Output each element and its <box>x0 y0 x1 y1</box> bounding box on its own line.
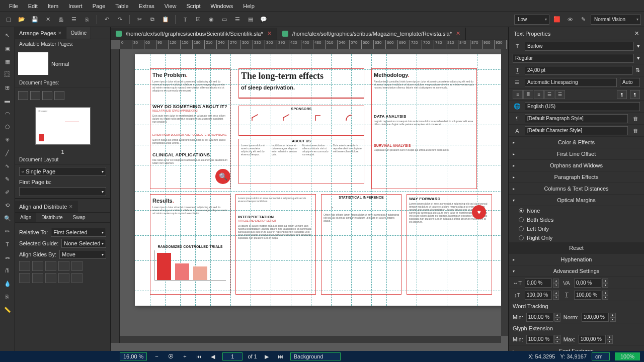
align-right-text-icon[interactable]: ≡ <box>534 90 544 99</box>
optical-left[interactable]: Left Only <box>509 224 644 233</box>
preview-quality-combo[interactable]: Low <box>514 15 549 25</box>
layer-combo[interactable]: Background <box>290 352 341 360</box>
linespacing-value[interactable]: Auto <box>620 78 640 87</box>
menu-script[interactable]: Script <box>181 3 205 9</box>
eyedropper-tool-icon[interactable]: 💧 <box>2 278 14 290</box>
align-bottom-out-icon[interactable] <box>71 273 83 283</box>
align-left-out-icon[interactable] <box>58 261 69 271</box>
page[interactable]: The Problem. Lorem ipsum dolor sit amet … <box>135 54 507 306</box>
glyph-max-spin[interactable]: ▴▾ <box>579 335 613 344</box>
align-distribute-tab[interactable]: Align and Distribute✕ <box>15 201 77 212</box>
glyph-min-spin[interactable]: ▴▾ <box>526 335 560 344</box>
table-tool-icon[interactable]: ⊞ <box>2 81 14 94</box>
pdf-combo-icon[interactable]: ▤ <box>245 14 256 25</box>
language-combo[interactable]: English (US) <box>525 102 640 111</box>
close-doc-icon[interactable]: ✕ <box>267 30 272 37</box>
close-icon[interactable]: ✕ <box>42 14 53 25</box>
ltr-icon[interactable]: ¶ <box>617 90 627 99</box>
horizontal-ruler[interactable]: 0306090120150180210240270300330360390420… <box>120 40 508 49</box>
close-doc-icon[interactable]: ✕ <box>456 30 460 37</box>
copy-props-tool-icon[interactable]: ⎘ <box>2 291 14 303</box>
text-frame-tool-icon[interactable]: ▣ <box>2 42 14 54</box>
relative-to-combo[interactable]: First Selected <box>51 228 106 237</box>
menu-edit[interactable]: Edit <box>23 3 43 9</box>
arrange-pages-tab[interactable]: Arrange Pages✕ <box>15 27 66 39</box>
paragraph-style-combo[interactable]: [Default Paragraph Style] <box>525 114 628 123</box>
paste-icon[interactable]: 📋 <box>160 14 171 25</box>
baseline-spin[interactable]: ▴▾ <box>574 291 608 300</box>
freehand-tool-icon[interactable]: ✎ <box>2 173 14 185</box>
align-right-icon[interactable] <box>45 261 56 271</box>
optical-margins-row[interactable]: ▾Optical Margins <box>509 195 644 206</box>
copy-icon[interactable]: ⧉ <box>147 14 158 25</box>
selected-guide-combo[interactable]: None Selected <box>61 239 106 248</box>
stepper-icon[interactable]: ⇅ <box>635 67 640 73</box>
distribute-tab[interactable]: Distribute <box>36 213 67 222</box>
align-tab[interactable]: Align <box>15 213 36 222</box>
align-top-icon[interactable] <box>19 273 30 283</box>
rtl-icon[interactable]: ¶ <box>630 90 640 99</box>
line-tool-icon[interactable]: ╱ <box>2 147 14 159</box>
close-panel-icon[interactable]: ✕ <box>634 30 639 37</box>
canvas[interactable]: The Problem. Lorem ipsum dolor sit amet … <box>120 49 508 343</box>
wordtrack-min-spin[interactable]: ▴▾ <box>526 313 560 322</box>
font-combo[interactable]: Barlow <box>525 42 634 51</box>
align-top-out-icon[interactable] <box>58 273 69 283</box>
facing-page-icon[interactable] <box>30 91 40 100</box>
clear-cstyle-icon[interactable]: 🗑 <box>631 126 640 135</box>
menu-view[interactable]: View <box>159 3 182 9</box>
page-thumbnail[interactable]: Normal <box>35 107 91 145</box>
optical-reset-button[interactable]: Reset <box>509 242 644 254</box>
zoom-out-icon[interactable]: − <box>152 352 161 360</box>
polygon-tool-icon[interactable]: ⬠ <box>2 121 14 133</box>
export-icon[interactable]: ⎘ <box>82 14 93 25</box>
pdf-check-icon[interactable]: ☑ <box>193 14 204 25</box>
optical-none[interactable]: None <box>509 206 644 215</box>
spiral-tool-icon[interactable]: ✳ <box>2 134 14 146</box>
align-center-v-icon[interactable] <box>32 273 43 283</box>
print-icon[interactable]: 🖶 <box>55 14 66 25</box>
v-scrollbar[interactable] <box>501 49 508 336</box>
menu-item[interactable]: Item <box>43 3 63 9</box>
optical-right[interactable]: Right Only <box>509 233 644 242</box>
unlink-frames-tool-icon[interactable]: ⫚ <box>2 264 14 277</box>
story-editor-tool-icon[interactable]: T <box>2 238 14 250</box>
measure-tool-icon[interactable]: 📏 <box>2 304 14 316</box>
hyphenation-row[interactable]: ▸Hyphenation <box>509 254 644 265</box>
layout-combo[interactable]: ▫Single Page <box>19 167 106 176</box>
align-bottom-icon[interactable] <box>45 273 56 283</box>
menu-file[interactable]: File <box>4 3 23 9</box>
next-page-icon[interactable]: ▶ <box>262 352 271 360</box>
bezier-tool-icon[interactable]: ∿ <box>2 160 14 172</box>
render-frame-tool-icon[interactable]: ⿴ <box>2 68 14 80</box>
align-left-text-icon[interactable]: ≡ <box>513 90 523 99</box>
sponsors-frame[interactable]: SPONSORS <box>238 106 364 136</box>
master-page-thumb[interactable] <box>18 52 48 75</box>
menu-page[interactable]: Page <box>88 3 111 9</box>
zoom-reset-icon[interactable]: ⦿ <box>166 352 175 360</box>
h-scrollbar[interactable] <box>120 336 501 343</box>
preflight-icon[interactable]: ☰ <box>68 14 79 25</box>
first-page-icon[interactable]: ⏮ <box>194 352 203 360</box>
optical-both[interactable]: Both Sides <box>509 215 644 224</box>
zoom-tool-icon[interactable]: 🔍 <box>2 212 14 224</box>
align-right-out-icon[interactable] <box>71 261 83 271</box>
zoom-in-icon[interactable]: + <box>180 352 189 360</box>
single-page-icon[interactable] <box>18 91 28 100</box>
title-frame[interactable]: The long-term effects of sleep deprivati… <box>238 68 364 99</box>
orphans-widows-row[interactable]: ▸Orphans and Widows <box>509 160 644 171</box>
wordtrack-norm-spin[interactable]: ▴▾ <box>582 313 616 322</box>
tracking-spin[interactable]: ▴▾ <box>574 279 608 288</box>
last-page-icon[interactable]: ⏭ <box>276 352 285 360</box>
linespacing-combo[interactable]: Automatic Linespacing <box>525 78 617 87</box>
outline-tab[interactable]: Outline <box>66 27 91 39</box>
page-input[interactable]: 1 <box>222 352 243 360</box>
advanced-settings-row[interactable]: ▾Advanced Settings <box>509 265 644 277</box>
align-justify-text-icon[interactable]: ☰ <box>544 90 554 99</box>
align-center-text-icon[interactable]: ≣ <box>523 90 533 99</box>
menu-insert[interactable]: Insert <box>63 3 88 9</box>
pdf-annot-icon[interactable]: 💬 <box>258 14 269 25</box>
save-icon[interactable]: 💾 <box>29 14 40 25</box>
align-center-h-icon[interactable] <box>32 261 43 271</box>
align-force-justify-icon[interactable]: ☰ <box>555 90 565 99</box>
